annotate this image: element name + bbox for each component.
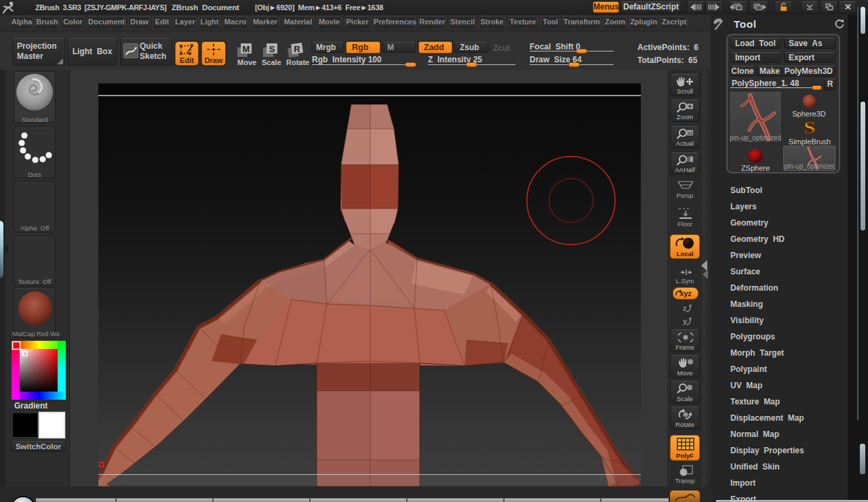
svg-text:z: z: [683, 304, 687, 312]
svg-text:S: S: [269, 44, 275, 54]
svg-text:M: M: [243, 44, 250, 54]
svg-text:x1: x1: [688, 131, 693, 135]
svg-text:y: y: [683, 317, 688, 325]
svg-text:R: R: [294, 44, 300, 54]
svg-text:S: S: [804, 119, 815, 137]
